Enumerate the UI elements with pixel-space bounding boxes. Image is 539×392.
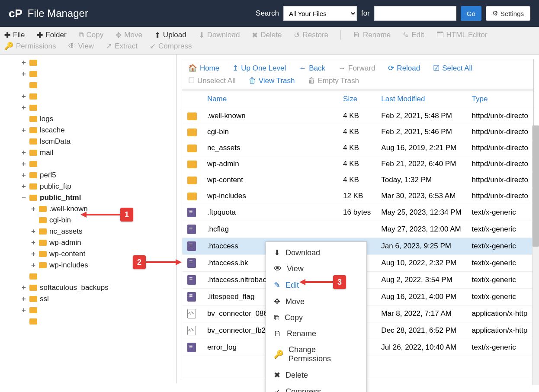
- table-row[interactable]: wp-includes12 KBMar 30, 2023, 6:53 AMhtt…: [182, 188, 533, 204]
- empty-trash-button[interactable]: 🗑Empty Trash: [308, 76, 359, 85]
- context-menu-label: Delete: [286, 371, 308, 380]
- forward-button[interactable]: →Forward: [338, 64, 375, 73]
- table-row[interactable]: .well-known4 KBFeb 2, 2021, 5:48 PMhttpd…: [182, 108, 533, 124]
- tree-item[interactable]: [0, 80, 176, 91]
- new-folder-button[interactable]: ✚Folder: [37, 30, 66, 40]
- html-editor-button[interactable]: 🗔HTML Editor: [436, 30, 488, 40]
- tree-toggle[interactable]: +: [21, 283, 27, 292]
- table-row[interactable]: wp-content4 KBToday, 1:32 PMhttpd/unix-d…: [182, 172, 533, 188]
- view-button[interactable]: 👁View: [68, 42, 94, 51]
- tree-label: cgi-bin: [49, 216, 71, 225]
- tree-item[interactable]: lscmData: [0, 136, 176, 147]
- tree-toggle[interactable]: +: [21, 126, 27, 135]
- context-menu-move[interactable]: ✥Move: [266, 293, 366, 310]
- context-menu-change-permissions[interactable]: 🔑Change Permissions: [266, 342, 366, 367]
- tree-label: logs: [40, 115, 53, 123]
- table-row[interactable]: nc_assets4 KBAug 16, 2019, 2:21 PMhttpd/…: [182, 140, 533, 156]
- tree-toggle[interactable]: +: [21, 182, 27, 191]
- tree-item[interactable]: [0, 316, 176, 327]
- modified-column[interactable]: Last Modified: [376, 90, 466, 108]
- tree-item[interactable]: +: [0, 91, 176, 102]
- home-button[interactable]: 🏠Home: [188, 64, 219, 73]
- go-button[interactable]: Go: [461, 6, 481, 21]
- select-all-button[interactable]: ☑Select All: [433, 64, 472, 73]
- extract-button[interactable]: ↗Extract: [106, 42, 138, 51]
- edit-button[interactable]: ✎Edit: [403, 30, 424, 40]
- tree-toggle[interactable]: +: [21, 306, 27, 315]
- search-scope-select[interactable]: All Your Files: [283, 6, 357, 21]
- view-trash-button[interactable]: 🗑View Trash: [249, 76, 295, 85]
- tree-toggle[interactable]: +: [21, 58, 27, 67]
- tree-toggle[interactable]: +: [30, 261, 36, 270]
- up-icon: ↥: [232, 64, 238, 73]
- tree-item[interactable]: logs: [0, 113, 176, 125]
- size-column[interactable]: Size: [338, 90, 376, 108]
- table-row[interactable]: .hcflagMay 27, 2023, 12:00 AMtext/x-gene…: [182, 221, 533, 238]
- new-file-button[interactable]: ✚File: [4, 30, 25, 40]
- eye-icon: 👁: [68, 42, 76, 51]
- settings-button[interactable]: ⚙ Settings: [486, 6, 530, 21]
- tree-item[interactable]: +: [0, 102, 176, 113]
- tree-item[interactable]: +: [0, 68, 176, 80]
- back-button[interactable]: ←Back: [299, 64, 325, 73]
- tree-toggle[interactable]: –: [21, 193, 27, 202]
- tree-toggle[interactable]: +: [21, 92, 27, 101]
- type-column[interactable]: Type: [467, 90, 533, 108]
- tree-toggle[interactable]: +: [21, 295, 27, 303]
- table-row[interactable]: cgi-bin4 KBFeb 2, 2021, 5:46 PMhttpd/uni…: [182, 124, 533, 140]
- tree-toggle[interactable]: +: [21, 160, 27, 168]
- move-button[interactable]: ✥Move: [116, 30, 142, 40]
- icon-column[interactable]: [182, 90, 202, 108]
- compress-button[interactable]: ↙Compress: [150, 42, 192, 51]
- file-modified: Aug 10, 2022, 2:32 PM: [376, 255, 466, 272]
- context-menu-copy[interactable]: ⧉Copy: [266, 310, 366, 326]
- tree-item[interactable]: +public_ftp: [0, 181, 176, 192]
- scrollbar-thumb[interactable]: [533, 125, 539, 247]
- tree-toggle[interactable]: +: [21, 70, 27, 78]
- rename-button[interactable]: 🗎Rename: [353, 30, 391, 40]
- tree-item[interactable]: +: [0, 158, 176, 170]
- unselect-all-button[interactable]: ☐Unselect All: [188, 76, 236, 85]
- tree-toggle[interactable]: +: [30, 250, 36, 258]
- tree-toggle[interactable]: +: [21, 103, 27, 112]
- folder-tree[interactable]: + + + + logs+lscachelscmData+mail+ +perl…: [0, 55, 176, 383]
- file-name: .ftpquota: [202, 204, 338, 221]
- permissions-button[interactable]: 🔑Permissions: [4, 42, 56, 51]
- tree-item[interactable]: +perl5: [0, 170, 176, 181]
- tree-item[interactable]: +: [0, 305, 176, 316]
- context-menu-view[interactable]: 👁View: [266, 261, 366, 277]
- tree-item[interactable]: +lscache: [0, 125, 176, 136]
- download-button[interactable]: ⬇Download: [199, 30, 240, 40]
- tree-item[interactable]: [0, 271, 176, 282]
- reload-button[interactable]: ⟳Reload: [388, 64, 420, 73]
- uncheck-icon: ☐: [188, 76, 195, 85]
- copy-button[interactable]: ⧉Copy: [79, 30, 104, 40]
- tree-toggle[interactable]: +: [30, 205, 36, 213]
- table-row[interactable]: wp-admin4 KBFeb 21, 2022, 6:40 PMhttpd/u…: [182, 156, 533, 172]
- tree-toggle[interactable]: +: [30, 238, 36, 247]
- context-menu-delete[interactable]: ✖Delete: [266, 367, 366, 383]
- tree-item[interactable]: +softaculous_backups: [0, 282, 176, 293]
- tree-toggle[interactable]: +: [30, 227, 36, 236]
- file-size: 16 bytes: [338, 204, 376, 221]
- context-menu-rename[interactable]: 🗎Rename: [266, 326, 366, 342]
- tree-item[interactable]: +mail: [0, 147, 176, 158]
- tree-toggle[interactable]: +: [21, 171, 27, 180]
- tree-item[interactable]: –public_html: [0, 192, 176, 203]
- tree-item[interactable]: +nc_assets: [0, 226, 176, 237]
- delete-button[interactable]: ✖Delete: [252, 30, 282, 40]
- name-column[interactable]: Name: [202, 90, 338, 108]
- upload-button[interactable]: ⬆Upload: [154, 30, 186, 40]
- up-level-button[interactable]: ↥Up One Level: [232, 64, 286, 73]
- vertical-scrollbar[interactable]: [532, 125, 539, 383]
- tree-item[interactable]: +wp-admin: [0, 237, 176, 248]
- restore-button[interactable]: ↺Restore: [294, 30, 328, 40]
- table-row[interactable]: .ftpquota16 bytesMay 25, 2023, 12:34 PMt…: [182, 204, 533, 221]
- search-input[interactable]: [374, 6, 456, 21]
- context-menu-download[interactable]: ⬇Download: [266, 244, 366, 261]
- tree-toggle[interactable]: +: [21, 148, 27, 157]
- tree-item[interactable]: +ssl: [0, 293, 176, 305]
- tree-item[interactable]: +: [0, 57, 176, 68]
- file-modified: Feb 2, 2021, 5:48 PM: [376, 108, 466, 124]
- tree-label: ssl: [40, 295, 49, 303]
